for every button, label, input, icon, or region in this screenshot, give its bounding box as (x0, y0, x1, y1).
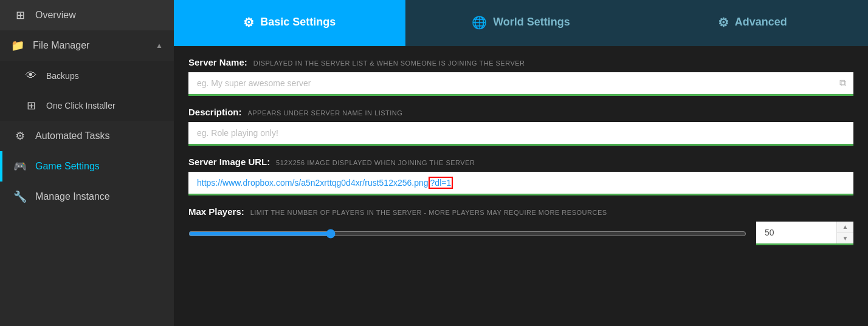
sidebar-label-manage-instance: Manage Instance (35, 191, 110, 202)
max-players-sublabel: LIMIT THE NUMBER OF PLAYERS IN THE SERVE… (250, 209, 607, 216)
max-players-slider[interactable] (188, 229, 746, 239)
sidebar-item-file-manager[interactable]: 📁 File Manager ▲ (0, 30, 174, 61)
sidebar-item-one-click-installer[interactable]: ⊞ One Click Installer (0, 90, 174, 121)
server-image-url-group: Server Image URL: 512X256 IMAGE DISPLAYE… (188, 157, 853, 195)
advanced-icon: ⚙ (718, 15, 729, 30)
description-sublabel: APPEARS UNDER SERVER NAME IN LISTING (247, 109, 402, 117)
sidebar-label-backups: Backups (46, 71, 79, 81)
folder-icon: 📁 (11, 39, 24, 52)
description-input[interactable] (188, 122, 853, 144)
description-group: Description: APPEARS UNDER SERVER NAME I… (188, 107, 853, 146)
tab-basic-settings-label: Basic Settings (260, 16, 336, 29)
max-players-group: Max Players: LIMIT THE NUMBER OF PLAYERS… (188, 206, 853, 245)
chevron-up-icon: ▲ (156, 41, 163, 50)
tab-basic-settings[interactable]: ⚙ Basic Settings (174, 0, 405, 46)
sidebar-item-overview[interactable]: ⊞ Overview (0, 0, 174, 30)
server-name-group: Server Name: DISPLAYED IN THE SERVER LIS… (188, 57, 853, 96)
sidebar-label-one-click-installer: One Click Installer (46, 101, 115, 110)
copy-icon: ⧉ (839, 78, 846, 89)
server-name-label: Server Name: DISPLAYED IN THE SERVER LIS… (188, 57, 853, 67)
server-image-url-sublabel: 512X256 IMAGE DISPLAYED WHEN JOINING THE… (276, 159, 475, 166)
description-input-wrapper (188, 122, 853, 146)
sidebar-item-automated-tasks[interactable]: ⚙ Automated Tasks (0, 121, 174, 151)
sidebar-label-overview: Overview (35, 10, 76, 21)
gamepad-icon: 🎮 (13, 160, 27, 173)
settings-icon: ⚙ (243, 15, 254, 30)
tab-advanced[interactable]: ⚙ Advanced (636, 0, 868, 46)
max-players-slider-container (188, 228, 746, 240)
tab-bar: ⚙ Basic Settings 🌐 World Settings ⚙ Adva… (174, 0, 868, 46)
eye-icon: 👁 (24, 69, 38, 82)
url-text: https://www.dropbox.com/s/a5n2xrttqg0d4x… (197, 178, 429, 188)
max-players-label: Max Players: LIMIT THE NUMBER OF PLAYERS… (188, 206, 853, 217)
sidebar-label-file-manager: File Manager (33, 40, 89, 51)
sidebar-item-backups[interactable]: 👁 Backups (0, 61, 174, 90)
grid2-icon: ⊞ (24, 99, 38, 112)
server-image-url-label: Server Image URL: 512X256 IMAGE DISPLAYE… (188, 157, 853, 167)
sidebar-sub-file-manager: 👁 Backups ⊞ One Click Installer (0, 61, 174, 121)
sidebar-item-manage-instance[interactable]: 🔧 Manage Instance (0, 182, 174, 212)
wrench-icon: 🔧 (13, 190, 27, 203)
url-highlight: ?dl=1 (429, 177, 453, 189)
max-players-increment[interactable]: ▲ (837, 222, 853, 233)
settings-content: Server Name: DISPLAYED IN THE SERVER LIS… (174, 46, 868, 326)
description-label: Description: APPEARS UNDER SERVER NAME I… (188, 107, 853, 117)
sidebar-item-game-settings[interactable]: 🎮 Game Settings (0, 151, 174, 182)
max-players-slider-row: ▲ ▼ (188, 222, 853, 245)
server-name-input-wrapper: ⧉ (188, 72, 853, 96)
sidebar: ⊞ Overview 📁 File Manager ▲ 👁 Backups ⊞ … (0, 0, 174, 326)
globe-icon: 🌐 (472, 15, 487, 30)
server-image-url-display: https://www.dropbox.com/s/a5n2xrttqg0d4x… (188, 172, 853, 195)
max-players-number-wrapper: ▲ ▼ (756, 222, 853, 245)
server-name-input[interactable] (188, 72, 853, 94)
sidebar-label-automated-tasks: Automated Tasks (35, 131, 109, 141)
tab-advanced-label: Advanced (735, 16, 787, 29)
grid-icon: ⊞ (13, 8, 27, 22)
sidebar-label-game-settings: Game Settings (35, 161, 100, 172)
max-players-decrement[interactable]: ▼ (837, 233, 853, 244)
tab-world-settings[interactable]: 🌐 World Settings (405, 0, 637, 46)
max-players-spinners: ▲ ▼ (836, 222, 853, 243)
main-content: ⚙ Basic Settings 🌐 World Settings ⚙ Adva… (174, 0, 868, 326)
server-name-sublabel: DISPLAYED IN THE SERVER LIST & WHEN SOME… (253, 59, 525, 67)
tab-world-settings-label: World Settings (493, 16, 570, 29)
tasks-icon: ⚙ (13, 129, 27, 143)
